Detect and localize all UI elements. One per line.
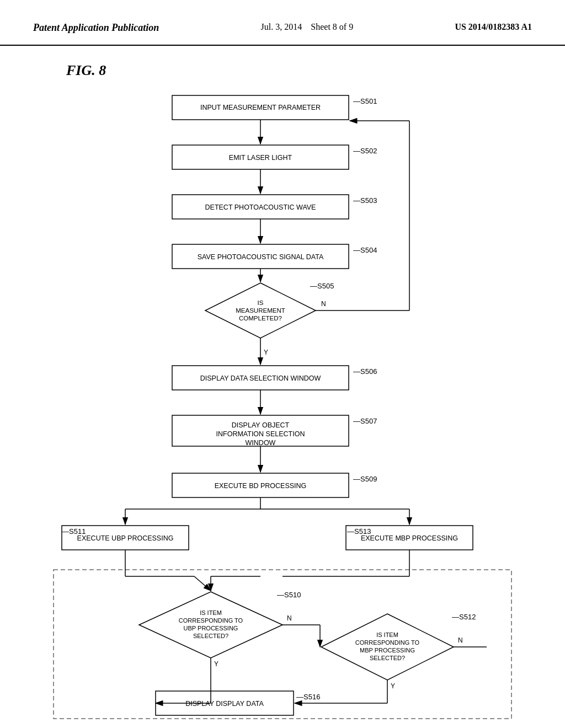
svg-text:UBP PROCESSING: UBP PROCESSING <box>184 625 238 631</box>
svg-text:―S511: ―S511 <box>62 527 86 536</box>
svg-text:DETECT PHOTOACOUSTIC WAVE: DETECT PHOTOACOUSTIC WAVE <box>205 204 316 211</box>
svg-text:MEASUREMENT: MEASUREMENT <box>236 307 285 314</box>
svg-text:IS ITEM: IS ITEM <box>200 609 222 616</box>
header-center: Jul. 3, 2014 Sheet 8 of 9 <box>261 22 354 32</box>
svg-text:INFORMATION SELECTION: INFORMATION SELECTION <box>216 430 305 438</box>
svg-text:―S507: ―S507 <box>353 417 377 425</box>
svg-text:WINDOW: WINDOW <box>246 439 276 447</box>
svg-text:N: N <box>321 300 326 308</box>
svg-text:IS ITEM: IS ITEM <box>376 631 398 638</box>
svg-text:Y: Y <box>264 349 268 356</box>
svg-text:―S513: ―S513 <box>347 527 371 536</box>
diagram-area: FIG. 8 INPUT MEASUREMENT PARAMETER EMIT … <box>0 46 565 728</box>
svg-text:MBP PROCESSING: MBP PROCESSING <box>360 647 415 654</box>
svg-text:Y: Y <box>214 660 218 668</box>
svg-text:SELECTED?: SELECTED? <box>370 655 405 661</box>
svg-text:DISPLAY DISPLAY DATA: DISPLAY DISPLAY DATA <box>185 700 264 708</box>
svg-text:SAVE PHOTOACOUSTIC SIGNAL DATA: SAVE PHOTOACOUSTIC SIGNAL DATA <box>198 253 324 261</box>
svg-text:N: N <box>458 636 463 644</box>
svg-text:―S509: ―S509 <box>353 475 377 483</box>
svg-text:―S510: ―S510 <box>277 591 301 599</box>
svg-text:―S505: ―S505 <box>310 282 334 290</box>
svg-text:Y: Y <box>391 682 395 690</box>
publication-date: Jul. 3, 2014 <box>261 22 302 31</box>
svg-text:―S501: ―S501 <box>353 97 377 105</box>
svg-text:EXECUTE MBP PROCESSING: EXECUTE MBP PROCESSING <box>361 534 458 542</box>
flowchart-svg: INPUT MEASUREMENT PARAMETER EMIT LASER L… <box>45 90 520 724</box>
svg-text:INPUT MEASUREMENT PARAMETER: INPUT MEASUREMENT PARAMETER <box>200 104 321 111</box>
patent-number: US 2014/0182383 A1 <box>455 22 532 32</box>
svg-text:―S503: ―S503 <box>353 196 377 205</box>
figure-label: FIG. 8 <box>66 62 532 79</box>
svg-text:EMIT LASER LIGHT: EMIT LASER LIGHT <box>229 154 292 162</box>
svg-text:―S516: ―S516 <box>296 693 320 701</box>
svg-text:N: N <box>287 614 292 622</box>
svg-text:CORRESPONDING TO: CORRESPONDING TO <box>355 639 420 646</box>
svg-text:―S504: ―S504 <box>353 246 377 254</box>
svg-text:―S502: ―S502 <box>353 147 377 155</box>
svg-text:IS: IS <box>258 299 264 306</box>
svg-text:EXECUTE UBP PROCESSING: EXECUTE UBP PROCESSING <box>77 534 174 542</box>
publication-title: Patent Application Publication <box>33 22 159 34</box>
svg-text:―S506: ―S506 <box>353 367 377 376</box>
svg-text:COMPLETED?: COMPLETED? <box>239 315 282 322</box>
sheet-info: Sheet 8 of 9 <box>311 22 353 31</box>
svg-text:EXECUTE BD PROCESSING: EXECUTE BD PROCESSING <box>215 482 307 490</box>
svg-text:SELECTED?: SELECTED? <box>193 633 228 639</box>
page-header: Patent Application Publication Jul. 3, 2… <box>0 0 565 46</box>
svg-text:―S512: ―S512 <box>452 613 476 621</box>
svg-text:CORRESPONDING TO: CORRESPONDING TO <box>179 617 243 624</box>
svg-text:DISPLAY OBJECT: DISPLAY OBJECT <box>232 421 290 429</box>
svg-text:DISPLAY DATA SELECTION WINDOW: DISPLAY DATA SELECTION WINDOW <box>200 374 321 382</box>
